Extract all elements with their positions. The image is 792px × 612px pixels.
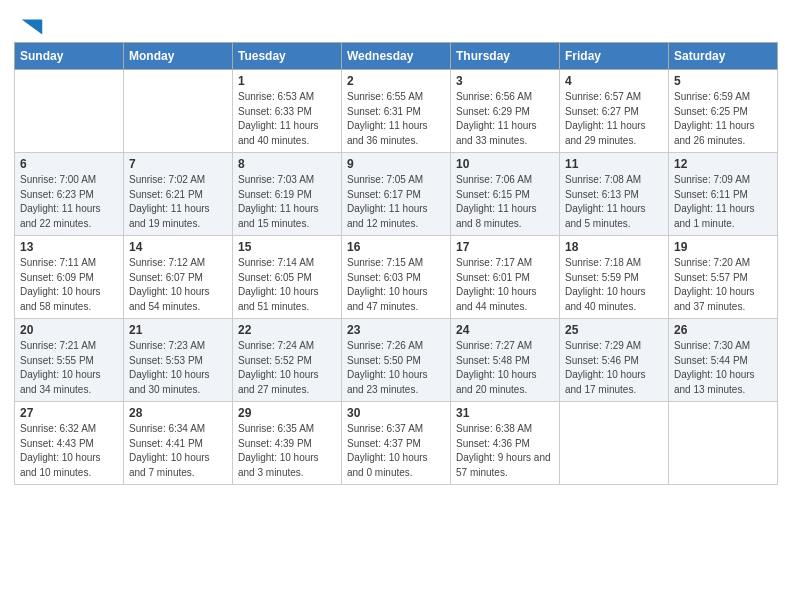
sunset-text: Sunset: 4:36 PM: [456, 438, 530, 449]
daylight-text: Daylight: 10 hours and 54 minutes.: [129, 286, 210, 312]
calendar-cell: 7Sunrise: 7:02 AMSunset: 6:21 PMDaylight…: [124, 153, 233, 236]
week-row-4: 20Sunrise: 7:21 AMSunset: 5:55 PMDayligh…: [15, 319, 778, 402]
calendar-cell: 4Sunrise: 6:57 AMSunset: 6:27 PMDaylight…: [560, 70, 669, 153]
daylight-text: Daylight: 10 hours and 30 minutes.: [129, 369, 210, 395]
day-info: Sunrise: 6:35 AMSunset: 4:39 PMDaylight:…: [238, 422, 336, 480]
day-info: Sunrise: 7:14 AMSunset: 6:05 PMDaylight:…: [238, 256, 336, 314]
daylight-text: Daylight: 11 hours and 22 minutes.: [20, 203, 101, 229]
sunset-text: Sunset: 6:31 PM: [347, 106, 421, 117]
day-info: Sunrise: 7:26 AMSunset: 5:50 PMDaylight:…: [347, 339, 445, 397]
day-info: Sunrise: 7:02 AMSunset: 6:21 PMDaylight:…: [129, 173, 227, 231]
sunset-text: Sunset: 5:53 PM: [129, 355, 203, 366]
day-number: 2: [347, 74, 445, 88]
sunset-text: Sunset: 6:03 PM: [347, 272, 421, 283]
day-number: 4: [565, 74, 663, 88]
daylight-text: Daylight: 10 hours and 13 minutes.: [674, 369, 755, 395]
calendar-cell: 29Sunrise: 6:35 AMSunset: 4:39 PMDayligh…: [233, 402, 342, 485]
header: [14, 10, 778, 38]
sunrise-text: Sunrise: 7:05 AM: [347, 174, 423, 185]
week-row-1: 1Sunrise: 6:53 AMSunset: 6:33 PMDaylight…: [15, 70, 778, 153]
sunrise-text: Sunrise: 7:18 AM: [565, 257, 641, 268]
sunrise-text: Sunrise: 6:59 AM: [674, 91, 750, 102]
sunset-text: Sunset: 6:21 PM: [129, 189, 203, 200]
daylight-text: Daylight: 10 hours and 34 minutes.: [20, 369, 101, 395]
sunrise-text: Sunrise: 7:23 AM: [129, 340, 205, 351]
calendar-cell: 17Sunrise: 7:17 AMSunset: 6:01 PMDayligh…: [451, 236, 560, 319]
sunrise-text: Sunrise: 7:12 AM: [129, 257, 205, 268]
sunrise-text: Sunrise: 6:56 AM: [456, 91, 532, 102]
calendar-cell: 30Sunrise: 6:37 AMSunset: 4:37 PMDayligh…: [342, 402, 451, 485]
calendar-cell: 9Sunrise: 7:05 AMSunset: 6:17 PMDaylight…: [342, 153, 451, 236]
sunrise-text: Sunrise: 7:06 AM: [456, 174, 532, 185]
day-info: Sunrise: 6:55 AMSunset: 6:31 PMDaylight:…: [347, 90, 445, 148]
day-info: Sunrise: 7:11 AMSunset: 6:09 PMDaylight:…: [20, 256, 118, 314]
sunset-text: Sunset: 6:15 PM: [456, 189, 530, 200]
calendar-cell: [124, 70, 233, 153]
sunrise-text: Sunrise: 7:15 AM: [347, 257, 423, 268]
day-number: 28: [129, 406, 227, 420]
day-number: 8: [238, 157, 336, 171]
day-info: Sunrise: 6:56 AMSunset: 6:29 PMDaylight:…: [456, 90, 554, 148]
sunset-text: Sunset: 6:17 PM: [347, 189, 421, 200]
day-info: Sunrise: 7:24 AMSunset: 5:52 PMDaylight:…: [238, 339, 336, 397]
weekday-header-saturday: Saturday: [669, 43, 778, 70]
day-info: Sunrise: 7:09 AMSunset: 6:11 PMDaylight:…: [674, 173, 772, 231]
day-info: Sunrise: 7:23 AMSunset: 5:53 PMDaylight:…: [129, 339, 227, 397]
calendar-cell: 8Sunrise: 7:03 AMSunset: 6:19 PMDaylight…: [233, 153, 342, 236]
sunset-text: Sunset: 6:01 PM: [456, 272, 530, 283]
day-info: Sunrise: 7:17 AMSunset: 6:01 PMDaylight:…: [456, 256, 554, 314]
day-number: 22: [238, 323, 336, 337]
daylight-text: Daylight: 10 hours and 44 minutes.: [456, 286, 537, 312]
sunset-text: Sunset: 4:39 PM: [238, 438, 312, 449]
calendar-cell: 2Sunrise: 6:55 AMSunset: 6:31 PMDaylight…: [342, 70, 451, 153]
calendar-cell: 6Sunrise: 7:00 AMSunset: 6:23 PMDaylight…: [15, 153, 124, 236]
sunrise-text: Sunrise: 7:14 AM: [238, 257, 314, 268]
day-number: 9: [347, 157, 445, 171]
daylight-text: Daylight: 9 hours and 57 minutes.: [456, 452, 551, 478]
day-number: 13: [20, 240, 118, 254]
sunset-text: Sunset: 6:23 PM: [20, 189, 94, 200]
day-number: 10: [456, 157, 554, 171]
day-number: 31: [456, 406, 554, 420]
daylight-text: Daylight: 10 hours and 27 minutes.: [238, 369, 319, 395]
day-number: 6: [20, 157, 118, 171]
daylight-text: Daylight: 10 hours and 7 minutes.: [129, 452, 210, 478]
sunset-text: Sunset: 6:29 PM: [456, 106, 530, 117]
sunset-text: Sunset: 5:52 PM: [238, 355, 312, 366]
calendar-cell: 20Sunrise: 7:21 AMSunset: 5:55 PMDayligh…: [15, 319, 124, 402]
daylight-text: Daylight: 10 hours and 10 minutes.: [20, 452, 101, 478]
sunrise-text: Sunrise: 7:27 AM: [456, 340, 532, 351]
day-number: 11: [565, 157, 663, 171]
daylight-text: Daylight: 10 hours and 40 minutes.: [565, 286, 646, 312]
day-number: 15: [238, 240, 336, 254]
day-info: Sunrise: 6:34 AMSunset: 4:41 PMDaylight:…: [129, 422, 227, 480]
daylight-text: Daylight: 11 hours and 26 minutes.: [674, 120, 755, 146]
calendar-cell: 16Sunrise: 7:15 AMSunset: 6:03 PMDayligh…: [342, 236, 451, 319]
sunset-text: Sunset: 6:07 PM: [129, 272, 203, 283]
day-info: Sunrise: 6:53 AMSunset: 6:33 PMDaylight:…: [238, 90, 336, 148]
calendar-cell: 22Sunrise: 7:24 AMSunset: 5:52 PMDayligh…: [233, 319, 342, 402]
daylight-text: Daylight: 11 hours and 36 minutes.: [347, 120, 428, 146]
sunset-text: Sunset: 5:44 PM: [674, 355, 748, 366]
sunrise-text: Sunrise: 7:29 AM: [565, 340, 641, 351]
daylight-text: Daylight: 10 hours and 0 minutes.: [347, 452, 428, 478]
day-number: 19: [674, 240, 772, 254]
sunrise-text: Sunrise: 6:37 AM: [347, 423, 423, 434]
daylight-text: Daylight: 10 hours and 37 minutes.: [674, 286, 755, 312]
day-info: Sunrise: 7:27 AMSunset: 5:48 PMDaylight:…: [456, 339, 554, 397]
daylight-text: Daylight: 10 hours and 3 minutes.: [238, 452, 319, 478]
calendar-cell: 21Sunrise: 7:23 AMSunset: 5:53 PMDayligh…: [124, 319, 233, 402]
daylight-text: Daylight: 10 hours and 47 minutes.: [347, 286, 428, 312]
daylight-text: Daylight: 11 hours and 33 minutes.: [456, 120, 537, 146]
daylight-text: Daylight: 10 hours and 20 minutes.: [456, 369, 537, 395]
day-number: 12: [674, 157, 772, 171]
sunrise-text: Sunrise: 7:09 AM: [674, 174, 750, 185]
calendar-cell: [560, 402, 669, 485]
calendar-cell: 28Sunrise: 6:34 AMSunset: 4:41 PMDayligh…: [124, 402, 233, 485]
calendar-cell: 1Sunrise: 6:53 AMSunset: 6:33 PMDaylight…: [233, 70, 342, 153]
day-info: Sunrise: 7:12 AMSunset: 6:07 PMDaylight:…: [129, 256, 227, 314]
calendar-cell: 10Sunrise: 7:06 AMSunset: 6:15 PMDayligh…: [451, 153, 560, 236]
day-number: 16: [347, 240, 445, 254]
calendar-cell: 26Sunrise: 7:30 AMSunset: 5:44 PMDayligh…: [669, 319, 778, 402]
sunset-text: Sunset: 5:46 PM: [565, 355, 639, 366]
